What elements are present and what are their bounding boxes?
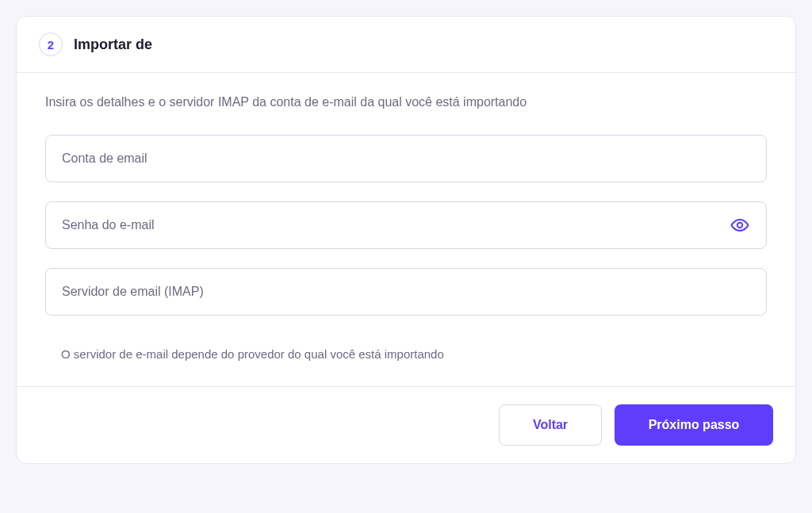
step-title: Importar de [74,36,152,53]
server-helper-text: O servidor de e-mail depende do provedor… [45,335,767,383]
step-number-badge: 2 [39,33,63,56]
card-body: Insira os detalhes e o servidor IMAP da … [17,73,795,386]
card-footer: Voltar Próximo passo [17,386,795,463]
email-server-group [45,268,767,316]
import-step-card: 2 Importar de Insira os detalhes e o ser… [16,16,796,464]
next-step-button[interactable]: Próximo passo [615,404,773,446]
instruction-text: Insira os detalhes e o servidor IMAP da … [45,95,767,109]
email-server-input[interactable] [45,268,767,316]
card-header: 2 Importar de [17,17,795,73]
eye-icon [730,216,749,235]
toggle-password-visibility-button[interactable] [727,212,753,238]
svg-point-0 [737,223,742,228]
email-password-input[interactable] [45,201,767,249]
email-account-input[interactable] [45,135,767,182]
email-password-group [45,201,767,249]
back-button[interactable]: Voltar [499,404,602,446]
email-account-group [45,135,767,182]
